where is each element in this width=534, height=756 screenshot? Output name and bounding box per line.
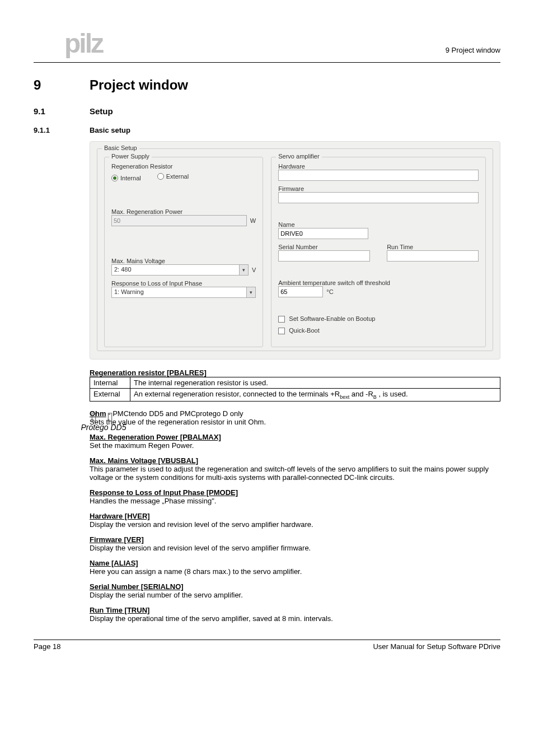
runtime-input[interactable] [387, 250, 479, 262]
section-title: Setup [90, 106, 500, 116]
firmware-label: Firmware [278, 185, 479, 192]
radio-label: External [166, 173, 189, 180]
chevron-down-icon: ▾ [246, 287, 255, 297]
chip-icon: ▯ ▯ [73, 409, 134, 423]
regen-resistor-label: Regeneration Resistor [111, 163, 256, 170]
max-mains-select[interactable]: 2: 480 ▾ [111, 264, 249, 276]
footer-title: User Manual for Setup Software PDrive [373, 642, 500, 651]
max-mains-label: Max. Mains Voltage [111, 258, 256, 264]
fieldset-legend: Basic Setup [102, 144, 139, 151]
pmode-text: Handles the message „Phase missing". [90, 497, 500, 505]
checkbox-icon [278, 316, 285, 323]
ver-heading: Firmware [VER] [90, 535, 500, 544]
trun-text: Display the operational time of the serv… [90, 614, 500, 623]
brand-logo: pilz [64, 28, 500, 59]
radio-circle-icon [157, 173, 164, 180]
max-regen-power-input[interactable] [111, 215, 247, 226]
checkbox-icon [278, 328, 285, 334]
section-number: 9.1.1 [34, 126, 90, 134]
firmware-input[interactable] [278, 192, 479, 203]
serial-input[interactable] [278, 250, 370, 262]
table-cell: Internal [90, 377, 130, 389]
radio-dot-icon [111, 175, 118, 181]
section-title: Basic setup [90, 126, 500, 134]
name-input[interactable] [278, 228, 368, 239]
logo-text: Protego DD5 [73, 423, 134, 432]
protego-dd5-logo: ▯ ▯ Protego DD5 [73, 409, 134, 432]
alias-text: Here you can assign a name (8 chars max.… [90, 567, 500, 576]
select-value: 2: 480 [112, 265, 239, 275]
section-number: 9 [34, 77, 90, 93]
regen-internal-radio[interactable]: Internal [111, 175, 141, 181]
maxregen-text: Set the maximum Regen Power. [90, 441, 500, 450]
response-loss-select[interactable]: 1: Warning ▾ [111, 287, 256, 298]
serial-text: Display the serial number of the servo a… [90, 591, 500, 599]
ver-text: Display the version and revision level o… [90, 544, 500, 552]
alias-heading: Name [ALIAS] [90, 559, 500, 567]
unit-label: V [252, 267, 256, 273]
serial-label: Serial Number [278, 244, 370, 250]
name-label: Name [278, 221, 479, 228]
runtime-label: Run Time [387, 244, 479, 250]
power-supply-legend: Power Supply [109, 153, 152, 160]
table-cell: External [90, 389, 130, 402]
radio-label: Internal [120, 175, 141, 181]
table-row: External An external regeneration resist… [90, 389, 500, 402]
mains-text: This parameter is used to adjust the reg… [90, 465, 500, 482]
chevron-down-icon: ▾ [239, 265, 248, 275]
table-cell: The internal regeneration resistor is us… [130, 377, 500, 389]
hardware-input[interactable] [278, 170, 479, 181]
servo-amp-legend: Servo amplifier [276, 153, 321, 160]
basic-setup-panel: Basic Setup Power Supply Regeneration Re… [90, 141, 500, 360]
mains-heading: Max. Mains Voltage [VBUSBAL] [90, 456, 500, 465]
hver-text: Display the version and revision level o… [90, 520, 500, 529]
unit-label: W [250, 217, 256, 224]
regen-table: Internal The internal regeneration resis… [90, 377, 500, 402]
table-row: Internal The internal regeneration resis… [90, 377, 500, 389]
select-value: 1: Warning [112, 287, 246, 297]
ambient-label: Ambient temperature switch off threshold [278, 279, 479, 286]
response-loss-label: Response to Loss of Input Phase [111, 280, 256, 287]
hardware-label: Hardware [278, 163, 479, 170]
unit-label: °C [326, 288, 333, 295]
sw-enable-checkbox[interactable]: Set Software-Enable on Bootup [278, 315, 375, 323]
quick-boot-checkbox[interactable]: Quick-Boot [278, 327, 319, 334]
header-divider [34, 62, 500, 63]
regen-heading: Regeneration resistor [PBALRES] [90, 368, 500, 377]
checkbox-label: Quick-Boot [289, 327, 319, 334]
hver-heading: Hardware [HVER] [90, 512, 500, 520]
ambient-input[interactable] [278, 286, 323, 297]
maxregen-heading: Max. Regeneration Power [PBALMAX] [90, 433, 500, 441]
pmode-heading: Response to Loss of Input Phase [PMODE] [90, 488, 500, 497]
footer-page: Page 18 [34, 642, 60, 651]
max-regen-power-label: Max. Regeneration Power [111, 208, 256, 215]
page-title: Project window [90, 77, 500, 93]
regen-external-radio[interactable]: External [157, 173, 189, 180]
checkbox-label: Set Software-Enable on Bootup [289, 315, 375, 322]
breadcrumb: 9 Project window [446, 46, 500, 54]
serial-heading: Serial Number [SERIALNO] [90, 582, 500, 591]
section-number: 9.1 [34, 106, 90, 116]
trun-heading: Run Time [TRUN] [90, 606, 500, 614]
table-cell: An external regeneration resistor, conne… [130, 389, 500, 402]
